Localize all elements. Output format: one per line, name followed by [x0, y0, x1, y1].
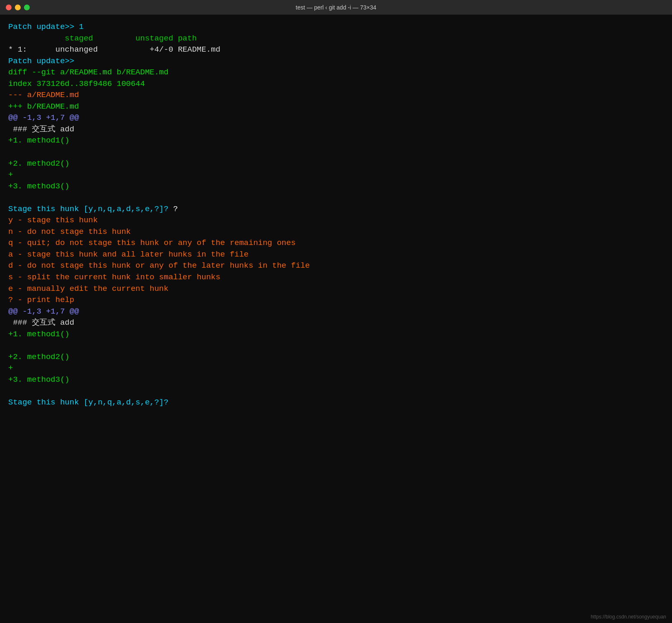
terminal-line: Stage this hunk [y,n,q,a,d,s,e,?]? ?	[8, 204, 664, 215]
terminal-line: +3. method3()	[8, 374, 664, 386]
terminal-content: Patch update>> 1 staged unstaged path* 1…	[0, 15, 672, 623]
terminal-line: +2. method2()	[8, 158, 664, 170]
minimize-button[interactable]	[15, 5, 21, 10]
terminal-line: --- a/README.md	[8, 90, 664, 101]
window-title: test — perl ‹ git add -i — 73×34	[296, 4, 377, 11]
terminal-line: +3. method3()	[8, 181, 664, 193]
terminal-line: Patch update>> 1	[8, 21, 664, 33]
terminal-line: +1. method1()	[8, 135, 664, 147]
terminal-line	[8, 147, 664, 158]
maximize-button[interactable]	[24, 5, 30, 10]
watermark-text: https://blog.csdn.net/songyuequan	[591, 614, 666, 620]
titlebar: test — perl ‹ git add -i — 73×34	[0, 0, 672, 15]
terminal-line: +	[8, 363, 664, 374]
terminal-line: diff --git a/README.md b/README.md	[8, 67, 664, 78]
terminal-line: Patch update>>	[8, 56, 664, 67]
terminal-line: +1. method1()	[8, 329, 664, 340]
terminal-line: index 373126d..38f9486 100644	[8, 78, 664, 90]
terminal-line	[8, 386, 664, 397]
terminal-line: @@ -1,3 +1,7 @@	[8, 306, 664, 318]
terminal-line: @@ -1,3 +1,7 @@	[8, 112, 664, 124]
terminal-line	[8, 340, 664, 352]
terminal-line: +++ b/README.md	[8, 101, 664, 113]
terminal-line: Stage this hunk [y,n,q,a,d,s,e,?]?	[8, 397, 664, 409]
terminal-line: q - quit; do not stage this hunk or any …	[8, 238, 664, 249]
terminal-line: d - do not stage this hunk or any of the…	[8, 260, 664, 272]
terminal-line: +2. method2()	[8, 352, 664, 363]
terminal-line: ### 交互式 add	[8, 124, 664, 136]
close-button[interactable]	[6, 5, 12, 10]
terminal-line: ### 交互式 add	[8, 317, 664, 329]
terminal-line: y - stage this hunk	[8, 215, 664, 226]
terminal-line	[8, 192, 664, 204]
terminal-line: * 1: unchanged +4/-0 README.md	[8, 44, 664, 56]
terminal-line: ? - print help	[8, 295, 664, 306]
terminal-line: s - split the current hunk into smaller …	[8, 272, 664, 283]
traffic-lights	[6, 5, 30, 10]
terminal-line: n - do not stage this hunk	[8, 226, 664, 238]
terminal-line: +	[8, 169, 664, 181]
terminal-line: a - stage this hunk and all later hunks …	[8, 249, 664, 261]
terminal-line: staged unstaged path	[8, 33, 664, 45]
terminal-line: e - manually edit the current hunk	[8, 283, 664, 295]
